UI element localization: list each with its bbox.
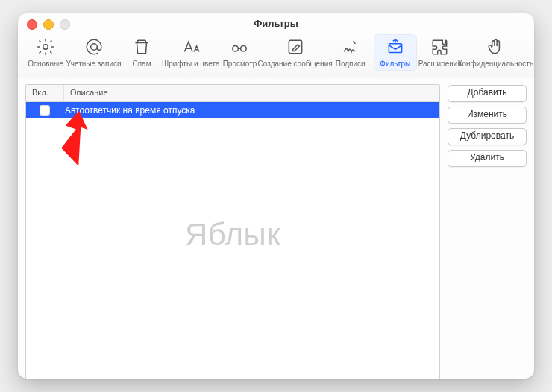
- tab-accounts[interactable]: Учетные записи: [69, 34, 119, 71]
- tab-junk[interactable]: Спам: [120, 34, 163, 71]
- duplicate-rule-button[interactable]: Дублировать: [448, 128, 527, 145]
- tab-label: Расширения: [418, 60, 462, 68]
- tab-signatures[interactable]: Подписи: [329, 34, 372, 71]
- font-icon: [181, 37, 201, 57]
- delete-rule-button[interactable]: Удалить: [448, 150, 527, 167]
- compose-icon: [286, 37, 305, 57]
- rule-row[interactable]: Автоответчик на время отпуска: [26, 102, 439, 118]
- puzzle-icon: [430, 37, 450, 57]
- column-description[interactable]: Описание: [64, 85, 439, 101]
- rule-enabled-cell: [26, 105, 63, 116]
- tab-label: Спам: [132, 60, 151, 68]
- signature-icon: [341, 37, 360, 57]
- rule-description: Автоответчик на время отпуска: [63, 105, 439, 116]
- tab-label: Фильтры: [380, 60, 410, 68]
- column-enabled[interactable]: Вкл.: [26, 85, 64, 101]
- tab-viewing[interactable]: Просмотр: [218, 34, 261, 71]
- watermark-text: Яблык: [185, 217, 280, 253]
- list-header: Вкл. Описание: [26, 85, 439, 102]
- titlebar: Фильтры: [18, 13, 534, 34]
- zoom-window-button[interactable]: [60, 19, 70, 30]
- trash-icon: [132, 37, 151, 57]
- svg-point-0: [43, 45, 48, 50]
- at-icon: [84, 37, 104, 57]
- tab-composing[interactable]: Создание сообщения: [263, 34, 327, 71]
- window-title: Фильтры: [18, 13, 534, 34]
- svg-point-1: [90, 44, 97, 51]
- svg-rect-5: [389, 44, 401, 53]
- hand-icon: [486, 37, 505, 57]
- tab-fonts[interactable]: Шрифты и цвета: [165, 34, 216, 71]
- tab-label: Создание сообщения: [258, 60, 333, 68]
- tab-label: Подписи: [336, 60, 366, 68]
- tab-label: Просмотр: [223, 60, 257, 68]
- tab-general[interactable]: Основные: [24, 34, 67, 71]
- svg-point-2: [233, 45, 239, 51]
- minimize-window-button[interactable]: [43, 19, 54, 30]
- preferences-toolbar: Основные Учетные записи Спам Шрифты и цв…: [18, 34, 534, 78]
- svg-point-3: [241, 45, 247, 51]
- content-area: Вкл. Описание Автоответчик на время отпу…: [18, 78, 534, 379]
- gear-icon: [36, 37, 55, 57]
- tab-label: Шрифты и цвета: [162, 60, 219, 68]
- glasses-icon: [230, 37, 249, 57]
- tab-extensions[interactable]: Расширения: [418, 34, 462, 71]
- rules-icon: [386, 37, 405, 57]
- tab-label: Основные: [28, 60, 63, 68]
- tab-label: Учетные записи: [66, 60, 121, 68]
- rules-list: Вкл. Описание Автоответчик на время отпу…: [25, 84, 440, 379]
- tab-rules[interactable]: Фильтры: [374, 34, 417, 71]
- edit-rule-button[interactable]: Изменить: [448, 107, 527, 124]
- preferences-window: Фильтры Основные Учетные записи Спам Шри…: [18, 13, 534, 379]
- tab-privacy[interactable]: Конфиденциальность: [463, 34, 528, 71]
- tab-label: Конфиденциальность: [458, 60, 533, 68]
- window-controls: [27, 19, 70, 30]
- rule-actions: Добавить Изменить Дублировать Удалить: [448, 84, 527, 379]
- close-window-button[interactable]: [27, 19, 37, 30]
- add-rule-button[interactable]: Добавить: [448, 85, 527, 102]
- rule-enabled-checkbox[interactable]: [40, 105, 50, 116]
